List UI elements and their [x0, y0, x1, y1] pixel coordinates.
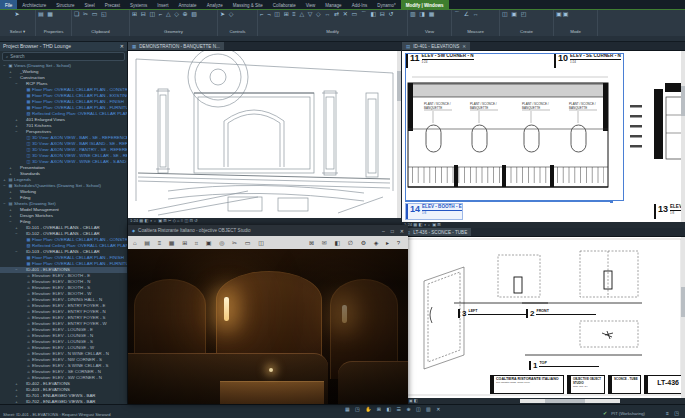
ribbon-tab[interactable]: View — [301, 0, 321, 9]
view-label[interactable]: 1 TOP — [529, 361, 599, 370]
minimize-button[interactable]: – — [382, 228, 385, 234]
elev-titles-top: 11 ELEV - SW CORNER - N1:24 10 ELEV - SE… — [406, 53, 682, 68]
render-toolbar-left-icons[interactable]: ⌂ ▤ ≡ ▦ ⊞ ⌗ ▣ ◎ ✂ ▭ ◫ — [133, 239, 267, 247]
render-app-icon: ◆ — [132, 228, 135, 233]
ribbon-panel: ▥ ◨ ▦ View — [408, 10, 452, 36]
sheet-icon: ▤ — [406, 42, 410, 51]
tree-expander[interactable]: − — [2, 201, 7, 207]
ribbon-panel-label[interactable]: View — [408, 29, 451, 36]
render-toolbar-right-icons[interactable]: ⊠ ✉ ◧ ∅ ⚙ ◈ ▸ ? — [309, 239, 403, 246]
tree-expander[interactable]: − — [14, 81, 19, 87]
tab-id401-elevations[interactable]: ▤ ID-401 - ELEVATIONS ✕ — [402, 42, 470, 50]
svg-text:BANQUETTE: BANQUETTE — [522, 106, 540, 110]
ribbon-panel: ⌐ ¬ ◫ ⊞ ≡ △ ▽ ◇ ↔ ⇄ ✕ ▭ ⌒ ◧ ⊟ ↺ Modify — [258, 10, 408, 36]
ribbon-tab[interactable]: Manage — [320, 0, 346, 9]
ribbon-panel-label[interactable]: Geometry — [130, 29, 217, 36]
axon-line-drawing — [128, 51, 401, 218]
tree-expander[interactable]: − — [2, 183, 7, 189]
ribbon-tab[interactable]: Insert — [152, 0, 173, 9]
ribbon-panel-icons[interactable]: ❏ ✂ ▭ ◱ — [72, 10, 129, 29]
status-toolbar-icons[interactable]: ▦ ◳ ✋ ⊞ ◧ ☰ ⊕ ◫ ▥ ✕ — [345, 406, 442, 412]
ribbon-panel-icons[interactable]: ◫ ▣ ◰ — [500, 10, 553, 29]
maximize-button[interactable]: □ — [391, 228, 394, 234]
tree-expander[interactable]: − — [14, 129, 19, 135]
elev-vertical-scrollbar[interactable] — [681, 51, 685, 222]
sconce-sheet-canvas[interactable]: 3 LEFT 2 FRONT 1 TOP COALTIERA RISTORANT… — [402, 237, 685, 398]
tree-expander[interactable]: − — [2, 63, 7, 69]
ribbon-panel-label[interactable]: Modify — [258, 29, 407, 36]
render-image[interactable] — [128, 249, 408, 404]
render-window[interactable]: ◆ Coaltiera Ristorante Italiano - object… — [128, 225, 408, 404]
ribbon-tab[interactable]: File — [0, 0, 17, 9]
ribbon-tab[interactable]: Annotate — [174, 0, 202, 9]
ribbon-panel-icons[interactable]: ▤ ▦ — [36, 10, 71, 29]
ribbon-panel-icons[interactable]: ▥ ◨ ▦ — [408, 10, 451, 29]
sconce-viewport-tabbar: ▤ LT-436 - SCONCE - TUBE — [402, 228, 685, 237]
ribbon-tab[interactable]: Structure — [51, 0, 79, 9]
view-label[interactable]: 2 FRONT — [526, 309, 596, 318]
render-window-titlebar[interactable]: ◆ Coaltiera Ristorante Italiano - object… — [128, 225, 408, 236]
axon-view-control-bar[interactable]: 1:24 ▦ ◧ ◑ ☼ ▣ ⊞ ✂ ◇ ⌂ ≡ ◫ ⊟ ↺ — [128, 218, 401, 225]
tree-expander[interactable]: − — [14, 249, 19, 255]
ribbon-panel: ▣▣ Mode — [554, 10, 598, 36]
ribbon-tab[interactable]: Massing & Site — [228, 0, 268, 9]
svg-text:BANQUETTE: BANQUETTE — [569, 106, 587, 110]
ribbon-panel-label[interactable]: Create — [500, 29, 553, 36]
render-toolbar: ⌂ ▤ ≡ ▦ ⊞ ⌗ ▣ ◎ ✂ ▭ ◫ ⊠ ✉ ◧ ∅ ⚙ ◈ ▸ ? — [128, 236, 408, 249]
render-window-title: Coaltiera Ristorante Italiano - objectiv… — [138, 228, 251, 233]
elevation-title[interactable]: 10 ELEV - SE CORNER - N1:24 — [554, 53, 685, 68]
search-input[interactable]: ⌕ Search — [2, 52, 125, 61]
ribbon-panel-label[interactable]: Properties — [36, 29, 71, 36]
sconce-vertical-scrollbar[interactable] — [681, 237, 685, 398]
tree-expander[interactable]: − — [8, 75, 13, 81]
ribbon-panel-label[interactable]: Clipboard — [72, 29, 129, 36]
ribbon-tab[interactable]: Steel — [80, 0, 100, 9]
ribbon-tab[interactable]: Add-Ins — [347, 0, 373, 9]
ribbon-panel-label[interactable]: Controls — [218, 29, 257, 36]
view-label[interactable]: 3 LEFT — [458, 309, 528, 318]
ribbon-panel-icons[interactable]: ▣▣ — [554, 10, 597, 29]
ribbon-panel-icons[interactable]: ⌒ ∠ ↔ — [452, 10, 499, 29]
close-icon[interactable]: ✕ — [120, 42, 124, 51]
tree-expander[interactable]: − — [14, 231, 19, 237]
ribbon-panel-icons[interactable]: ⌐ ¬ ◫ ⊞ ≡ △ ▽ ◇ ↔ ⇄ ✕ ▭ ⌒ ◧ ⊟ ↺ — [258, 10, 407, 29]
elev-sheet-canvas[interactable]: 11 ELEV - SW CORNER - N1:24 10 ELEV - SE… — [402, 51, 685, 222]
elevation-title[interactable]: 11 ELEV - SW CORNER - N1:24 — [406, 53, 554, 68]
ribbon-panel-icons[interactable]: ⊞ ⊟ ◫ ⌐ △ ◇ ⊕ ▧ — [130, 10, 217, 29]
ribbon: ➤ Select ▾ ▤ ▦ Properties ❏ ✂ ▭ ◱ Clipbo… — [0, 10, 685, 36]
render-vignette — [128, 249, 408, 404]
browser-tree: − ▣ Views (Drawing Set - School) + _Work… — [0, 62, 127, 404]
tree-expander[interactable]: − — [8, 219, 13, 225]
project-browser-header[interactable]: Project Browser - THD Lounge ✕ — [0, 42, 127, 51]
ribbon-panel-label[interactable]: Measure — [452, 29, 499, 36]
ribbon-tab[interactable]: Precast — [100, 0, 125, 9]
status-far-icons[interactable]: ≡ ◳ — [666, 410, 681, 416]
ribbon-tab[interactable]: Modify | Windows — [401, 0, 449, 9]
ribbon-tab[interactable]: Analyze — [202, 0, 228, 9]
sconce-horizontal-scrollbar[interactable] — [520, 399, 620, 403]
ribbon-panel-icons[interactable]: ➤ — [0, 10, 35, 29]
elevation-title[interactable]: 13 ELEV1:8 — [654, 204, 682, 219]
ribbon-panel-icons[interactable]: ➤ ◇ — [218, 10, 257, 29]
status-bar: Sheet: ID-401 - ELEVATIONS : Request Wre… — [0, 404, 685, 418]
ribbon-panel: ➤ Select ▾ — [0, 10, 36, 36]
titleblock-sheet-name: SCONCE - TUBE — [608, 375, 641, 394]
axon-view-canvas[interactable] — [128, 51, 401, 218]
ribbon-tab[interactable]: Dynamo* — [372, 0, 401, 9]
tab-lt436-sconce-tube[interactable]: ▤ LT-436 - SCONCE - TUBE — [402, 228, 471, 236]
sheet-title-block: COALTIERA RISTORANTE ITALIANO 100 Wooste… — [490, 375, 682, 394]
axon-vertical-scrollbar[interactable] — [397, 51, 401, 218]
close-button[interactable]: ✕ — [400, 228, 404, 234]
close-icon[interactable]: ✕ — [462, 42, 466, 51]
elevation-title[interactable]: 14 ELEV - BOOTH - E1:8 — [406, 204, 462, 219]
selection-handle[interactable] — [610, 200, 613, 203]
tree-expander[interactable]: − — [14, 267, 19, 273]
worksharing-status[interactable]: ✔ PIT (Worksharing) — [603, 410, 645, 416]
axon-viewport-tabbar: ▦ DEMONSTRATION - BANQUETTE N... — [128, 42, 401, 51]
ribbon-panel-label[interactable]: Select ▾ — [0, 29, 35, 36]
ribbon-tab[interactable]: Systems — [125, 0, 152, 9]
ribbon-tab[interactable]: Architecture — [17, 0, 51, 9]
ribbon-tab[interactable]: Collaborate — [268, 0, 301, 9]
tab-demonstration-banquette[interactable]: ▦ DEMONSTRATION - BANQUETTE N... — [128, 42, 224, 50]
ribbon-panel-label[interactable]: Mode — [554, 29, 597, 36]
